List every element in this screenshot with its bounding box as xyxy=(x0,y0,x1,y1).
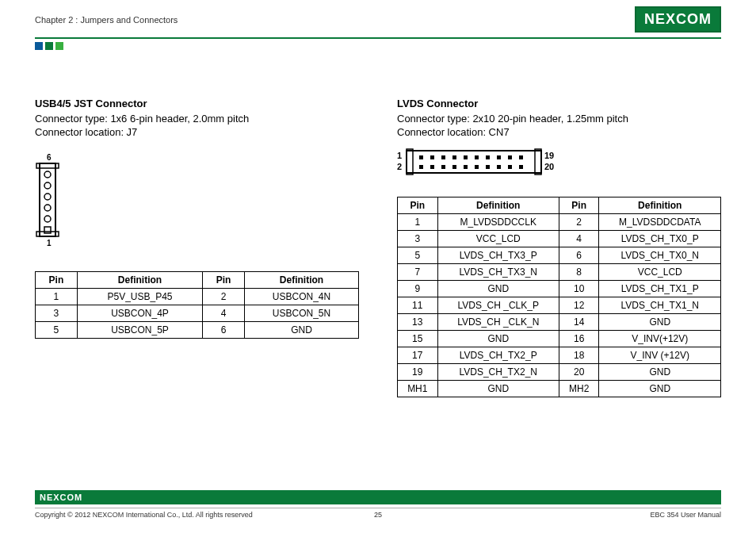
chapter-title: Chapter 2 : Jumpers and Connectors xyxy=(35,15,178,25)
table-row: 3USBCON_4P4USBCON_5N xyxy=(36,305,359,322)
svg-text:1: 1 xyxy=(397,151,402,160)
svg-rect-21 xyxy=(452,165,456,169)
table-cell: GND xyxy=(599,314,721,331)
svg-text:19: 19 xyxy=(544,151,554,160)
table-cell: 15 xyxy=(398,331,438,347)
svg-rect-19 xyxy=(441,165,445,169)
svg-rect-33 xyxy=(519,165,523,169)
table-header: Definition xyxy=(599,197,721,214)
table-cell: 5 xyxy=(398,247,438,264)
lvds-pin-table: PinDefinitionPinDefinition 1M_LVDSDDCCLK… xyxy=(397,197,721,397)
table-cell: VCC_LCD xyxy=(437,231,559,247)
table-header: Definition xyxy=(437,197,559,214)
table-row: 13LVDS_CH _CLK_N14GND xyxy=(398,314,721,331)
svg-rect-24 xyxy=(475,155,479,159)
table-cell: 3 xyxy=(398,231,438,247)
page-header: Chapter 2 : Jumpers and Connectors NEXCO… xyxy=(0,0,756,33)
table-cell: GND xyxy=(437,331,559,347)
table-cell: LVDS_CH_TX3_N xyxy=(437,264,559,281)
table-header: Definition xyxy=(77,272,202,289)
j7-pin1-label: 1 xyxy=(47,239,52,247)
table-cell: GND xyxy=(599,381,721,397)
table-cell: 13 xyxy=(398,314,438,331)
table-cell: 4 xyxy=(559,231,599,247)
table-cell: 19 xyxy=(398,364,438,381)
svg-rect-11 xyxy=(407,151,541,173)
table-cell: GND xyxy=(245,322,359,339)
cn7-diagram: 1 2 19 20 xyxy=(397,148,721,182)
table-cell: 6 xyxy=(559,247,599,264)
table-cell: 3 xyxy=(36,305,78,322)
table-cell: 12 xyxy=(559,297,599,314)
table-cell: P5V_USB_P45 xyxy=(77,289,202,305)
svg-rect-7 xyxy=(44,227,51,233)
svg-text:2: 2 xyxy=(397,162,402,171)
svg-rect-28 xyxy=(497,155,501,159)
table-row: 5USBCON_5P6GND xyxy=(36,322,359,339)
table-row: 19LVDS_CH_TX2_N20GND xyxy=(398,364,721,381)
svg-rect-25 xyxy=(475,165,479,169)
square-green-dark xyxy=(45,42,53,50)
table-row: 9GND10LVDS_CH_TX1_P xyxy=(398,281,721,297)
footer-meta: Copyright © 2012 NEXCOM International Co… xyxy=(35,508,721,519)
table-header: Pin xyxy=(36,272,78,289)
j7-pin6-label: 6 xyxy=(47,153,52,162)
table-row: 1P5V_USB_P452USBCON_4N xyxy=(36,289,359,305)
svg-rect-29 xyxy=(497,165,501,169)
table-cell: 14 xyxy=(559,314,599,331)
svg-rect-16 xyxy=(430,155,434,159)
table-cell: LVDS_CH_TX2_P xyxy=(437,347,559,364)
svg-rect-30 xyxy=(508,155,512,159)
svg-rect-12 xyxy=(407,149,413,174)
table-cell: MH2 xyxy=(559,381,599,397)
table-cell: 20 xyxy=(559,364,599,381)
table-cell: LVDS_CH_TX0_P xyxy=(599,231,721,247)
table-cell: 1 xyxy=(398,214,438,231)
usb-jst-location: Connector location: J7 xyxy=(35,126,359,138)
svg-rect-26 xyxy=(486,155,490,159)
table-cell: 1 xyxy=(36,289,78,305)
table-cell: 5 xyxy=(36,322,78,339)
svg-point-4 xyxy=(44,194,51,200)
svg-rect-14 xyxy=(419,155,423,159)
table-header: Definition xyxy=(245,272,359,289)
svg-rect-31 xyxy=(508,165,512,169)
table-header: Pin xyxy=(398,197,438,214)
right-column: LVDS Connector Connector type: 2x10 20-p… xyxy=(397,98,721,397)
svg-rect-27 xyxy=(486,165,490,169)
table-row: 5LVDS_CH_TX3_P6LVDS_CH_TX0_N xyxy=(398,247,721,264)
table-header: Pin xyxy=(559,197,599,214)
svg-text:20: 20 xyxy=(544,162,554,171)
svg-rect-13 xyxy=(535,149,541,174)
table-cell: USBCON_5P xyxy=(77,322,202,339)
table-cell: 17 xyxy=(398,347,438,364)
lvds-location: Connector location: CN7 xyxy=(397,126,721,138)
table-cell: GND xyxy=(599,364,721,381)
j7-diagram: 6 1 xyxy=(35,152,359,251)
table-cell: 6 xyxy=(203,322,245,339)
table-cell: 9 xyxy=(398,281,438,297)
table-row: 1M_LVDSDDCCLK2M_LVDSDDCDATA xyxy=(398,214,721,231)
table-row: 3VCC_LCD4LVDS_CH_TX0_P xyxy=(398,231,721,247)
table-row: 11LVDS_CH _CLK_P12LVDS_CH_TX1_N xyxy=(398,297,721,314)
usb-jst-type: Connector type: 1x6 6-pin header, 2.0mm … xyxy=(35,113,359,125)
table-cell: LVDS_CH_TX1_N xyxy=(599,297,721,314)
table-cell: USBCON_4P xyxy=(77,305,202,322)
color-squares xyxy=(35,42,756,50)
square-green-light xyxy=(55,42,63,50)
logo-top: NEXCOM xyxy=(635,6,721,33)
table-cell: 4 xyxy=(203,305,245,322)
left-column: USB4/5 JST Connector Connector type: 1x6… xyxy=(35,98,359,397)
table-cell: USBCON_4N xyxy=(245,289,359,305)
table-header: Pin xyxy=(203,272,245,289)
svg-point-2 xyxy=(44,171,51,178)
table-cell: USBCON_5N xyxy=(245,305,359,322)
svg-rect-22 xyxy=(464,155,468,159)
table-cell: LVDS_CH_TX3_P xyxy=(437,247,559,264)
svg-rect-23 xyxy=(464,165,468,169)
svg-rect-15 xyxy=(419,165,423,169)
svg-rect-18 xyxy=(441,155,445,159)
table-cell: MH1 xyxy=(398,381,438,397)
table-cell: LVDS_CH _CLK_P xyxy=(437,297,559,314)
usb-pin-table: PinDefinitionPinDefinition 1P5V_USB_P452… xyxy=(35,271,359,339)
